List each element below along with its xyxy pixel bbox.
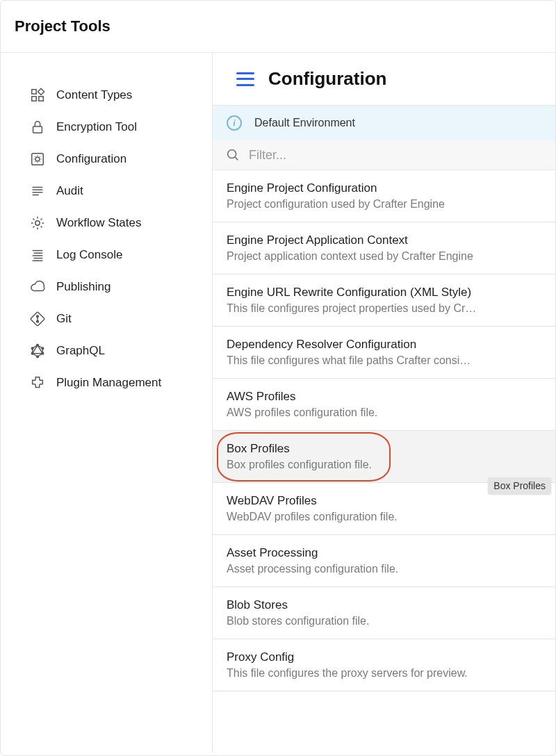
config-item-title: Engine Project Configuration (227, 181, 541, 195)
page-body: Content Types Encryption Tool Configurat… (1, 53, 555, 752)
svg-point-27 (42, 352, 44, 354)
sidebar-item-content-types[interactable]: Content Types (1, 79, 212, 111)
sidebar-item-label: Encryption Tool (56, 120, 137, 134)
plugin-icon (30, 375, 45, 391)
page-header: Project Tools (1, 1, 555, 53)
svg-rect-5 (32, 154, 44, 165)
config-list-item[interactable]: Blob StoresBlob stores configuration fil… (213, 587, 555, 639)
sidebar-item-workflow-states[interactable]: Workflow States (1, 207, 212, 239)
config-list-item[interactable]: Dependency Resolver ConfigurationThis fi… (213, 327, 555, 379)
svg-point-26 (42, 347, 44, 350)
sidebar-item-publishing[interactable]: Publishing (1, 271, 212, 303)
svg-point-30 (31, 347, 33, 350)
search-icon (225, 147, 240, 163)
config-item-desc: Asset processing configuration file. (227, 563, 541, 575)
sidebar-item-label: Content Types (56, 88, 132, 102)
git-icon (30, 311, 45, 327)
sidebar-item-graphql[interactable]: GraphQL (1, 335, 212, 367)
lock-icon (30, 120, 45, 135)
svg-rect-2 (32, 97, 36, 101)
svg-point-28 (37, 356, 39, 358)
svg-point-19 (37, 320, 39, 322)
svg-point-11 (35, 221, 40, 225)
config-item-title: Asset Processing (227, 546, 541, 560)
gear-icon (30, 215, 45, 231)
config-item-title: WebDAV Profiles (227, 494, 541, 508)
svg-point-18 (37, 315, 39, 318)
config-list-item[interactable]: Engine Project ConfigurationProject conf… (213, 170, 555, 222)
environment-label: Default Environment (254, 117, 355, 129)
config-list-item[interactable]: AWS ProfilesAWS profiles configuration f… (213, 379, 555, 431)
svg-line-32 (235, 157, 238, 160)
config-item-desc: Box profiles configuration file. (227, 459, 541, 471)
app-frame: Project Tools Content Types Encryption T… (0, 0, 556, 756)
config-list-item[interactable]: Box ProfilesBox profiles configuration f… (213, 431, 555, 483)
config-item-desc: Project application context used by Craf… (227, 250, 541, 263)
sidebar-item-log-console[interactable]: Log Console (1, 239, 212, 271)
config-item-title: Blob Stores (227, 598, 541, 612)
sidebar-item-label: Log Console (56, 248, 122, 262)
sidebar-item-label: GraphQL (56, 344, 105, 358)
main-header: Configuration (213, 53, 555, 106)
sidebar-item-git[interactable]: Git (1, 303, 212, 335)
main-panel: Configuration i Default Environment Engi… (213, 53, 555, 752)
config-item-desc: AWS profiles configuration file. (227, 406, 541, 419)
config-list-item[interactable]: Asset ProcessingAsset processing configu… (213, 535, 555, 587)
sidebar-item-label: Git (56, 312, 72, 326)
sidebar-item-label: Plugin Management (56, 376, 161, 390)
config-item-desc: Project configuration used by Crafter En… (227, 198, 541, 211)
sidebar-item-label: Workflow States (56, 216, 142, 230)
svg-rect-3 (39, 97, 43, 101)
lines-icon (30, 183, 45, 199)
svg-point-6 (35, 157, 40, 161)
svg-rect-1 (38, 88, 44, 94)
config-list[interactable]: Engine Project ConfigurationProject conf… (213, 170, 555, 752)
sidebar-item-audit[interactable]: Audit (1, 175, 212, 207)
sidebar-item-plugin-management[interactable]: Plugin Management (1, 367, 212, 399)
sidebar-item-label: Configuration (56, 152, 126, 166)
config-item-title: Box Profiles (227, 442, 541, 456)
page-title: Project Tools (15, 17, 541, 35)
config-list-item[interactable]: Engine URL Rewrite Configuration (XML St… (213, 274, 555, 327)
svg-point-29 (31, 352, 33, 354)
config-item-desc: This file configures project properties … (227, 302, 541, 315)
grid-icon (30, 88, 45, 103)
cloud-icon (30, 279, 45, 295)
config-list-item[interactable]: Proxy ConfigThis file configures the pro… (213, 639, 555, 691)
config-item-title: Engine URL Rewrite Configuration (XML St… (227, 286, 541, 299)
svg-rect-0 (32, 90, 36, 94)
sidebar-item-label: Audit (56, 184, 83, 198)
sidebar-item-encryption-tool[interactable]: Encryption Tool (1, 111, 212, 143)
config-item-title: Dependency Resolver Configuration (227, 338, 541, 352)
config-item-desc: Blob stores configuration file. (227, 615, 541, 627)
tooltip: Box Profiles (488, 477, 551, 494)
config-item-desc: WebDAV profiles configuration file. (227, 511, 541, 523)
config-item-desc: This file configures the proxy servers f… (227, 667, 541, 680)
graphql-icon (30, 343, 45, 359)
sidebar: Content Types Encryption Tool Configurat… (1, 53, 213, 752)
menu-icon[interactable] (236, 72, 254, 86)
config-item-title: Proxy Config (227, 650, 541, 664)
config-item-title: AWS Profiles (227, 390, 541, 404)
config-item-title: Engine Project Application Context (227, 233, 541, 247)
svg-rect-4 (33, 126, 42, 133)
config-icon (30, 151, 45, 167)
config-list-item[interactable]: Engine Project Application ContextProjec… (213, 222, 555, 274)
log-icon (30, 247, 45, 263)
svg-point-31 (228, 150, 236, 158)
filter-input[interactable] (249, 148, 543, 163)
environment-banner: i Default Environment (213, 106, 555, 140)
main-title: Configuration (268, 68, 386, 90)
config-item-desc: This file configures what file paths Cra… (227, 354, 541, 367)
filter-row (213, 140, 555, 170)
sidebar-item-label: Publishing (56, 280, 111, 294)
sidebar-item-configuration[interactable]: Configuration (1, 143, 212, 175)
svg-point-25 (37, 344, 39, 346)
info-icon: i (227, 115, 242, 131)
